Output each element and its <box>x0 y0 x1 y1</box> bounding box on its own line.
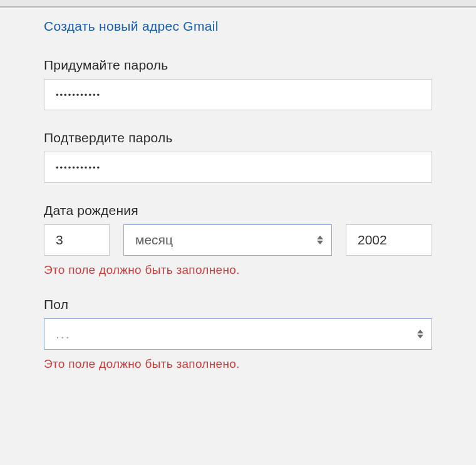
dob-label: Дата рождения <box>44 203 432 218</box>
gender-error: Это поле должно быть заполнено. <box>44 357 432 371</box>
dob-month-select[interactable] <box>123 224 332 256</box>
dob-error: Это поле должно быть заполнено. <box>44 263 432 277</box>
password-input[interactable] <box>44 79 432 110</box>
gender-group: Пол Это поле должно быть заполнено. <box>44 297 432 371</box>
dob-day-input[interactable] <box>44 224 110 256</box>
gender-wrapper <box>44 318 432 350</box>
dob-month-wrapper <box>123 224 332 256</box>
confirm-password-label: Подтвердите пароль <box>44 130 432 145</box>
dob-row <box>44 224 432 256</box>
dob-group: Дата рождения Это поле должно быть запол… <box>44 203 432 277</box>
confirm-password-input[interactable] <box>44 152 432 183</box>
gender-select[interactable] <box>44 318 432 350</box>
signup-form: Создать новый адрес Gmail Придумайте пар… <box>0 8 476 371</box>
window-top-bar <box>0 0 476 8</box>
password-group: Придумайте пароль <box>44 58 432 110</box>
confirm-password-group: Подтвердите пароль <box>44 130 432 183</box>
dob-year-input[interactable] <box>346 224 432 256</box>
create-gmail-link[interactable]: Создать новый адрес Gmail <box>44 19 219 34</box>
password-label: Придумайте пароль <box>44 58 432 73</box>
gender-label: Пол <box>44 297 432 312</box>
